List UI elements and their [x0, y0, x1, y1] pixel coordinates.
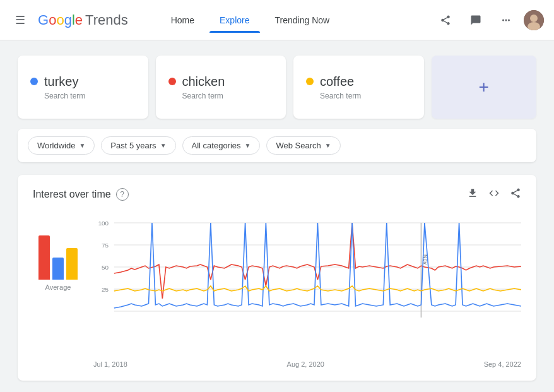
turkey-header: turkey [30, 74, 136, 89]
svg-text:100: 100 [98, 220, 109, 226]
filter-category[interactable]: All categories ▼ [182, 136, 261, 155]
share-chart-icon[interactable] [510, 187, 521, 201]
filter-time[interactable]: Past 5 years ▼ [101, 136, 175, 155]
header-left: ☰ Google Trends Home Explore Trending No… [10, 8, 339, 32]
svg-text:75: 75 [102, 242, 109, 248]
svg-text:50: 50 [102, 264, 109, 270]
chicken-type: Search term [182, 92, 274, 100]
coffee-name: coffee [320, 74, 354, 89]
filter-search-type-label: Web Search [276, 141, 321, 150]
share-icon[interactable] [433, 8, 458, 33]
chart-title: Interest over time [33, 189, 111, 200]
chicken-header: chicken [168, 74, 274, 89]
embed-icon[interactable] [488, 187, 500, 201]
menu-icon[interactable]: ☰ [10, 8, 30, 32]
avatar-image [524, 10, 544, 30]
filter-time-label: Past 5 years [110, 141, 156, 150]
download-icon[interactable] [467, 187, 478, 201]
search-term-card-turkey[interactable]: turkey Search term [18, 56, 148, 119]
header: ☰ Google Trends Home Explore Trending No… [0, 0, 554, 40]
help-icon[interactable]: ? [116, 188, 129, 201]
filter-search-type[interactable]: Web Search ▼ [266, 136, 340, 155]
line-chart-container: 100 75 50 25 Nov Jul 1, 2018 A [93, 217, 521, 368]
search-term-card-chicken[interactable]: chicken Search term [156, 56, 286, 119]
bar-chicken [38, 235, 50, 280]
logo-google: Google [38, 12, 83, 28]
search-terms-row: turkey Search term chicken Search term c… [18, 56, 536, 119]
main-content: turkey Search term chicken Search term c… [0, 40, 554, 392]
chart-title-area: Interest over time ? [33, 188, 129, 201]
coffee-type: Search term [320, 92, 411, 100]
logo[interactable]: Google Trends [38, 12, 128, 28]
nav-home[interactable]: Home [161, 10, 204, 30]
chicken-name: chicken [182, 74, 225, 89]
bar-coffee [66, 248, 78, 280]
svg-text:25: 25 [102, 286, 109, 292]
chart-header: Interest over time ? [33, 187, 521, 201]
chevron-down-icon: ▼ [79, 142, 85, 149]
chicken-dot [168, 78, 176, 85]
filters-row: Worldwide ▼ Past 5 years ▼ All categorie… [18, 129, 536, 162]
message-icon[interactable] [463, 8, 488, 33]
logo-trends: Trends [85, 12, 128, 28]
bar-turkey [52, 258, 64, 280]
coffee-header: coffee [306, 74, 411, 89]
turkey-name: turkey [44, 74, 78, 89]
filter-category-label: All categories [192, 141, 241, 150]
chart-area: Average 100 75 50 25 [33, 217, 521, 368]
chart-svg: 100 75 50 25 Nov [93, 217, 521, 355]
chevron-down-icon: ▼ [325, 142, 331, 149]
header-right [433, 8, 544, 33]
avatar[interactable] [524, 10, 544, 30]
nav-trending[interactable]: Trending Now [265, 10, 340, 30]
avg-label: Average [45, 283, 71, 291]
x-label-0: Jul 1, 2018 [93, 360, 127, 368]
add-icon: + [479, 77, 489, 97]
filter-region[interactable]: Worldwide ▼ [28, 136, 95, 155]
x-label-1: Aug 2, 2020 [287, 360, 324, 368]
chart-card: Interest over time ? [18, 175, 536, 381]
nav-explore[interactable]: Explore [209, 10, 259, 30]
turkey-type: Search term [44, 92, 136, 100]
x-labels: Jul 1, 2018 Aug 2, 2020 Sep 4, 2022 [93, 360, 521, 368]
chevron-down-icon: ▼ [160, 142, 167, 149]
chart-actions [467, 187, 521, 201]
coffee-dot [306, 78, 314, 85]
apps-icon[interactable] [493, 8, 519, 33]
filter-region-label: Worldwide [37, 141, 75, 150]
average-bars: Average [33, 217, 83, 368]
svg-point-1 [530, 15, 538, 22]
bars-container [38, 217, 78, 280]
chevron-down-icon: ▼ [245, 142, 251, 149]
main-nav: Home Explore Trending Now [161, 10, 339, 30]
turkey-dot [30, 78, 38, 85]
add-term-card[interactable]: + [432, 56, 537, 119]
x-label-2: Sep 4, 2022 [484, 360, 521, 368]
search-term-card-coffee[interactable]: coffee Search term [293, 56, 424, 119]
